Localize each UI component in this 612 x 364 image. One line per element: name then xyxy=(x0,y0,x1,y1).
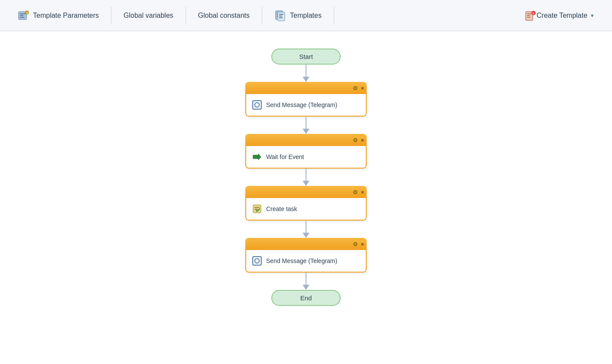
toolbar-item-templates[interactable]: Templates xyxy=(264,6,332,25)
global-constants-label: Global constants xyxy=(198,12,250,20)
task-node-4-label: Send Message (Telegram) xyxy=(266,257,337,264)
svg-text:⚙: ⚙ xyxy=(26,12,28,14)
canvas: Start ⚙ × Send Message (Telegram) xyxy=(0,31,612,364)
template-params-icon: ⚙ xyxy=(17,10,29,22)
templates-icon xyxy=(274,10,286,22)
svg-text:+: + xyxy=(532,11,534,16)
arrow-line-1 xyxy=(306,65,306,77)
task-node-4-body[interactable]: Send Message (Telegram) xyxy=(245,250,367,273)
arrow-line-5 xyxy=(306,273,306,285)
svg-rect-11 xyxy=(279,14,283,15)
arrow-head-1 xyxy=(303,77,309,82)
task-node-4: ⚙ × Send Message (Telegram) xyxy=(245,238,367,273)
svg-marker-20 xyxy=(253,154,261,160)
task-node-3-label: Create task xyxy=(266,205,297,212)
task-node-1-label: Send Message (Telegram) xyxy=(266,101,337,108)
end-node-label: End xyxy=(300,294,312,302)
svg-rect-16 xyxy=(527,15,530,16)
start-node-label: Start xyxy=(299,53,313,60)
task-node-3-header: ⚙ × xyxy=(245,186,367,198)
task-node-2-body[interactable]: Wait for Event xyxy=(245,146,367,169)
separator-4 xyxy=(334,7,334,24)
arrow-head-3 xyxy=(303,181,309,186)
toolbar-item-global-constants[interactable]: Global constants xyxy=(188,8,260,23)
telegram-icon-1 xyxy=(252,100,262,110)
svg-rect-17 xyxy=(527,17,531,18)
task-node-3-gear-icon[interactable]: ⚙ xyxy=(353,189,358,195)
telegram-icon-2 xyxy=(252,256,262,266)
task-node-1: ⚙ × Send Message (Telegram) xyxy=(245,82,367,117)
arrow-line-2 xyxy=(306,117,306,129)
create-template-label: Create Template xyxy=(537,12,587,20)
arrow-5 xyxy=(303,273,309,290)
arrow-3 xyxy=(303,169,309,186)
task-node-3-body[interactable]: Create task xyxy=(245,198,367,221)
flow-container: Start ⚙ × Send Message (Telegram) xyxy=(219,40,393,323)
arrow-line-4 xyxy=(306,221,306,233)
separator-1 xyxy=(111,7,111,24)
svg-rect-1 xyxy=(20,13,25,14)
templates-label: Templates xyxy=(290,12,322,20)
telegram-inner-1 xyxy=(254,102,260,107)
task-node-2-close-icon[interactable]: × xyxy=(361,137,364,143)
svg-rect-2 xyxy=(20,15,23,16)
wait-event-icon xyxy=(252,152,262,162)
global-variables-label: Global variables xyxy=(124,12,173,20)
task-node-3: ⚙ × Create task xyxy=(245,186,367,221)
arrow-2 xyxy=(303,117,309,134)
arrow-line-3 xyxy=(306,169,306,181)
task-node-2-gear-icon[interactable]: ⚙ xyxy=(353,137,358,143)
svg-rect-12 xyxy=(279,16,282,16)
separator-3 xyxy=(262,7,262,24)
task-node-1-body[interactable]: Send Message (Telegram) xyxy=(245,94,367,117)
task-node-3-close-icon[interactable]: × xyxy=(361,189,364,195)
create-template-dropdown-icon: ▼ xyxy=(590,13,595,18)
template-params-label: Template Parameters xyxy=(33,12,99,20)
task-node-1-close-icon[interactable]: × xyxy=(361,85,364,91)
arrow-4 xyxy=(303,221,309,238)
task-node-4-close-icon[interactable]: × xyxy=(361,241,364,247)
toolbar-item-global-variables[interactable]: Global variables xyxy=(113,8,184,23)
create-task-icon xyxy=(252,204,262,214)
arrow-head-4 xyxy=(303,233,309,238)
svg-rect-3 xyxy=(20,17,24,18)
task-node-4-gear-icon[interactable]: ⚙ xyxy=(353,241,358,247)
task-node-1-gear-icon[interactable]: ⚙ xyxy=(353,85,358,91)
task-node-2-label: Wait for Event xyxy=(266,153,304,160)
arrow-head-5 xyxy=(303,285,309,290)
start-node[interactable]: Start xyxy=(271,49,341,65)
task-node-4-header: ⚙ × xyxy=(245,238,367,250)
toolbar: ⚙ Template Parameters Global variables G… xyxy=(0,0,612,31)
end-node[interactable]: End xyxy=(271,290,341,306)
arrow-head-2 xyxy=(303,129,309,134)
task-node-2: ⚙ × Wait for Event xyxy=(245,134,367,169)
task-node-2-header: ⚙ × xyxy=(245,134,367,146)
svg-rect-15 xyxy=(527,13,531,14)
telegram-inner-2 xyxy=(254,258,260,263)
task-node-1-header: ⚙ × xyxy=(245,82,367,94)
toolbar-item-template-params[interactable]: ⚙ Template Parameters xyxy=(7,6,109,25)
svg-rect-13 xyxy=(279,17,283,18)
arrow-1 xyxy=(303,65,309,82)
separator-2 xyxy=(186,7,186,24)
toolbar-item-create-template[interactable]: + Create Template ▼ xyxy=(514,6,605,25)
create-template-icon: + xyxy=(524,10,537,22)
